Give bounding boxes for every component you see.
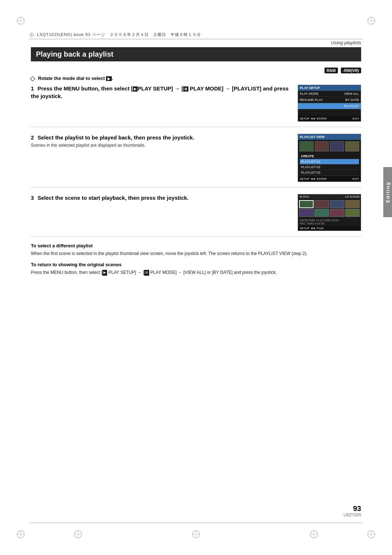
reg-mark-bml — [73, 529, 83, 540]
sv-thumb-7 — [330, 209, 344, 217]
ss1-header: PLAY SETUP — [298, 85, 361, 91]
pv-footer-left: SETUP ◄► ENTER — [300, 177, 327, 181]
ss1-row1-value: VIEW ALL — [344, 92, 359, 96]
pv-thumb-2 — [315, 141, 329, 151]
sub-section-1: To select a different playlist When the … — [31, 243, 361, 257]
reg-mark-bl — [15, 529, 26, 540]
pv-footer: SETUP ◄► ENTER EXIT — [298, 176, 361, 182]
ss1-row3: PLAYLIST — [298, 103, 361, 109]
pv-thumb-1 — [299, 141, 314, 151]
step-1-label: Press the MENU button, then select [▶PLA… — [31, 85, 289, 99]
header-crosshair-icon — [29, 32, 34, 37]
sub-section-2-heading: To return to showing the original scenes — [31, 262, 361, 267]
ss1-row3-value: PLAYLIST — [344, 104, 359, 108]
pv-thumb-3 — [330, 141, 344, 151]
sv-thumb-4 — [345, 200, 360, 208]
sub-section-1-body: When the first scene is selected in the … — [31, 250, 361, 257]
sv-rectime: REC TIME 0:03:35 — [300, 222, 359, 225]
step-3-text: 3 Select the scene to start playback, th… — [31, 194, 298, 203]
step-2-screenshot: PLAYLIST VIEW CREATE PLAYLIST-01 PLAYLIS… — [298, 134, 361, 182]
reg-mark-bmc — [191, 529, 201, 540]
step-3-section: 3 Select the scene to start playback, th… — [31, 194, 361, 236]
sv-top-right: 1/4 SCENE — [345, 195, 360, 198]
step-2-heading: 2 Select the playlist to be played back,… — [31, 134, 290, 141]
sv-thumb-1 — [299, 200, 314, 208]
step-3-screenshot: ◄ DIV1 1/4 SCENE DATE/TIME 14.12.2006 16… — [298, 194, 361, 231]
running-header: Using playlists — [331, 40, 361, 45]
pv-item-3: PLAYLIST-03 — [300, 170, 359, 175]
page-number-area: 93 LSQT1025 — [344, 505, 361, 517]
pv-header: PLAYLIST VIEW — [298, 134, 361, 140]
sub2-play-icon: ▶ — [102, 270, 107, 276]
ss1-row2-value: BY DATE — [345, 98, 359, 102]
badge-ram: RAM — [324, 68, 338, 73]
step-3-label: Select the scene to start playback, then… — [38, 195, 189, 201]
play-setup-icon: ▶ — [133, 86, 138, 92]
step-1-section: 1 Press the MENU button, then select [▶P… — [31, 85, 361, 127]
sv-thumb-2 — [314, 200, 329, 208]
reg-mark-br — [366, 529, 377, 540]
sv-footer: SETUP ◄► PLAY — [298, 226, 361, 231]
sub-section-2-body: Press the MENU button, then select [▶ PL… — [31, 269, 361, 276]
media-badges: RAM -RW(VR) — [31, 67, 361, 73]
step-2-text: 2 Select the playlist to be played back,… — [31, 134, 298, 148]
ss1-footer-left: SETUP ◄► ENTER — [300, 117, 327, 120]
ss1-row2-label: RESUME PLAY — [300, 98, 323, 102]
sub-section-1-heading: To select a different playlist — [31, 243, 361, 248]
step-2-sub: Scenes in the selected playlist are disp… — [31, 143, 290, 148]
pv-item-1: PLAYLIST-01 — [300, 159, 359, 165]
play-icon-badge: ▶ — [106, 76, 112, 81]
pv-create: CREATE — [300, 154, 359, 159]
sv-thumb-5 — [299, 209, 314, 217]
pv-footer-right: EXIT — [352, 177, 359, 181]
editing-tab: Editing — [383, 167, 392, 217]
reg-mark-tr — [366, 15, 377, 26]
step-1-number: 1 — [31, 85, 34, 92]
sv-footer-left: SETUP ◄► PLAY — [300, 227, 324, 230]
pre-step-text: Rotate the mode dial to select — [38, 76, 105, 81]
sv-thumbnails — [298, 199, 361, 218]
sv-datetime: DATE/TIME 14.12.2006 16:54 — [300, 219, 359, 222]
step-2-label: Select the playlist to be played back, t… — [38, 134, 195, 141]
badge-rw: -RW(VR) — [341, 68, 361, 73]
ss1-footer-right: EXIT — [352, 117, 359, 120]
bottom-border — [29, 523, 363, 523]
reg-mark-bmr — [309, 529, 319, 540]
ss1-footer: SETUP ◄► ENTER EXIT — [298, 116, 361, 121]
play-mode-icon: ⊞ — [183, 86, 188, 92]
sv-thumb-6 — [314, 209, 329, 217]
ss1-row1: PLAY MODE VIEW ALL — [298, 91, 361, 97]
sub2-mode-icon: ⊞ — [144, 270, 149, 276]
editing-tab-label: Editing — [385, 182, 391, 203]
step-1-heading: 1 Press the MENU button, then select [▶P… — [31, 85, 290, 100]
diamond-icon — [30, 76, 35, 81]
sv-info: DATE/TIME 14.12.2006 16:54 REC TIME 0:03… — [298, 218, 361, 226]
main-content: Playing back a playlist RAM -RW(VR) Rota… — [31, 47, 361, 281]
sv-thumb-8 — [345, 209, 360, 217]
pv-item-2: PLAYLIST-02 — [300, 165, 359, 170]
header-bar: LSQT1025(ENG).book 93 ページ ２００６年２月４日 土曜日 … — [29, 32, 363, 39]
sub-section-2: To return to showing the original scenes… — [31, 262, 361, 276]
step-3-heading: 3 Select the scene to start playback, th… — [31, 194, 290, 202]
page-code: LSQT1025 — [344, 513, 361, 517]
sv-thumb-3 — [330, 200, 344, 208]
step-1-screenshot: PLAY SETUP PLAY MODE VIEW ALL RESUME PLA… — [298, 85, 361, 122]
sv-top: ◄ DIV1 1/4 SCENE — [298, 194, 361, 199]
reg-mark-tl — [15, 15, 26, 26]
chapter-title: Playing back a playlist — [31, 47, 361, 61]
pv-items: CREATE PLAYLIST-01 PLAYLIST-02 PLAYLIST-… — [298, 153, 361, 176]
step-2-number: 2 — [31, 134, 34, 141]
sv-top-left: ◄ DIV1 — [299, 195, 309, 198]
pre-step: Rotate the mode dial to select ▶. — [31, 76, 361, 81]
page-number: 93 — [344, 505, 361, 513]
ss1-row1-label: PLAY MODE — [300, 92, 319, 96]
step-2-section: 2 Select the playlist to be played back,… — [31, 134, 361, 187]
pv-thumb-4 — [345, 141, 359, 151]
header-file-info: LSQT1025(ENG).book 93 ページ ２００６年２月４日 土曜日 … — [37, 32, 363, 37]
step-1-text: 1 Press the MENU button, then select [▶P… — [31, 85, 298, 101]
pv-thumb-row — [298, 140, 361, 153]
step-3-number: 3 — [31, 195, 34, 201]
ss1-row2: RESUME PLAY BY DATE — [298, 97, 361, 103]
